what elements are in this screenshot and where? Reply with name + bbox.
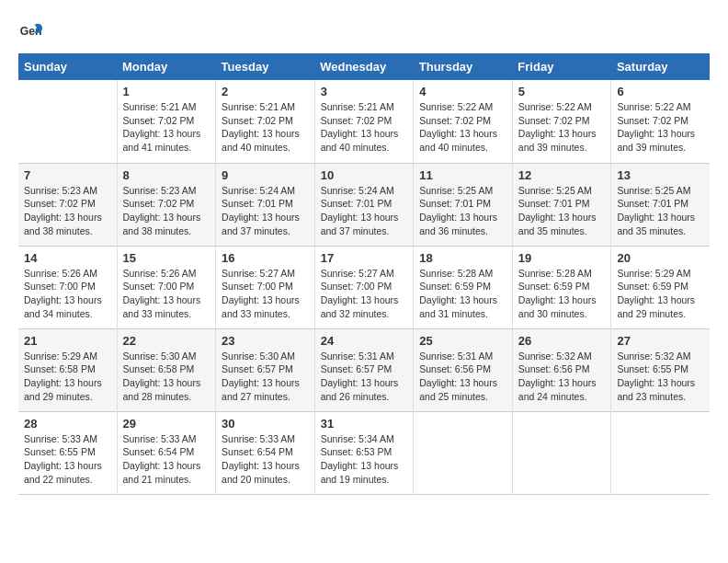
day-number: 28 xyxy=(24,417,111,431)
calendar-week-row: 7Sunrise: 5:23 AM Sunset: 7:02 PM Daylig… xyxy=(18,163,710,246)
calendar-cell xyxy=(611,411,710,494)
day-number: 24 xyxy=(321,334,408,348)
day-info: Sunrise: 5:32 AM Sunset: 6:56 PM Dayligh… xyxy=(518,350,606,404)
day-info: Sunrise: 5:22 AM Sunset: 7:02 PM Dayligh… xyxy=(419,100,506,155)
calendar-cell: 19Sunrise: 5:28 AM Sunset: 6:59 PM Dayli… xyxy=(512,246,611,328)
day-number: 18 xyxy=(419,251,506,265)
calendar-header-friday: Friday xyxy=(512,53,611,80)
calendar-cell: 5Sunrise: 5:22 AM Sunset: 7:02 PM Daylig… xyxy=(512,80,611,163)
day-info: Sunrise: 5:33 AM Sunset: 6:54 PM Dayligh… xyxy=(222,432,309,487)
day-info: Sunrise: 5:30 AM Sunset: 6:57 PM Dayligh… xyxy=(222,350,309,404)
calendar-cell xyxy=(18,80,117,163)
day-number: 16 xyxy=(222,251,309,265)
day-number: 5 xyxy=(518,85,606,98)
calendar-cell: 12Sunrise: 5:25 AM Sunset: 7:01 PM Dayli… xyxy=(512,163,611,246)
calendar-cell: 13Sunrise: 5:25 AM Sunset: 7:01 PM Dayli… xyxy=(611,163,710,246)
day-number: 20 xyxy=(617,251,704,265)
day-number: 9 xyxy=(222,168,309,182)
calendar-cell: 10Sunrise: 5:24 AM Sunset: 7:01 PM Dayli… xyxy=(314,163,414,246)
day-number: 11 xyxy=(419,168,506,182)
calendar-cell: 30Sunrise: 5:33 AM Sunset: 6:54 PM Dayli… xyxy=(216,411,315,494)
calendar-cell xyxy=(414,411,513,494)
calendar-cell: 25Sunrise: 5:31 AM Sunset: 6:56 PM Dayli… xyxy=(414,328,513,411)
day-info: Sunrise: 5:33 AM Sunset: 6:54 PM Dayligh… xyxy=(123,432,210,487)
day-number: 6 xyxy=(617,85,704,98)
calendar-cell: 18Sunrise: 5:28 AM Sunset: 6:59 PM Dayli… xyxy=(414,246,513,328)
day-info: Sunrise: 5:23 AM Sunset: 7:02 PM Dayligh… xyxy=(24,184,111,238)
calendar-cell: 17Sunrise: 5:27 AM Sunset: 7:00 PM Dayli… xyxy=(314,246,414,328)
day-info: Sunrise: 5:23 AM Sunset: 7:02 PM Dayligh… xyxy=(123,184,210,238)
day-info: Sunrise: 5:29 AM Sunset: 6:58 PM Dayligh… xyxy=(24,350,111,404)
calendar-cell: 3Sunrise: 5:21 AM Sunset: 7:02 PM Daylig… xyxy=(314,80,414,163)
calendar-week-row: 1Sunrise: 5:21 AM Sunset: 7:02 PM Daylig… xyxy=(18,80,710,163)
day-number: 1 xyxy=(123,85,210,98)
calendar-header-monday: Monday xyxy=(117,53,216,80)
calendar-week-row: 14Sunrise: 5:26 AM Sunset: 7:00 PM Dayli… xyxy=(18,246,710,328)
calendar-cell: 21Sunrise: 5:29 AM Sunset: 6:58 PM Dayli… xyxy=(18,328,117,411)
day-info: Sunrise: 5:28 AM Sunset: 6:59 PM Dayligh… xyxy=(518,267,606,321)
day-number: 15 xyxy=(123,251,210,265)
day-info: Sunrise: 5:31 AM Sunset: 6:57 PM Dayligh… xyxy=(321,350,408,404)
calendar-cell: 14Sunrise: 5:26 AM Sunset: 7:00 PM Dayli… xyxy=(18,246,117,328)
day-number: 14 xyxy=(24,251,111,265)
day-info: Sunrise: 5:22 AM Sunset: 7:02 PM Dayligh… xyxy=(518,100,606,155)
day-number: 29 xyxy=(123,417,210,431)
day-info: Sunrise: 5:30 AM Sunset: 6:58 PM Dayligh… xyxy=(123,350,210,404)
day-number: 12 xyxy=(518,168,606,182)
calendar-cell: 4Sunrise: 5:22 AM Sunset: 7:02 PM Daylig… xyxy=(414,80,513,163)
calendar-header-saturday: Saturday xyxy=(611,53,710,80)
calendar-cell: 7Sunrise: 5:23 AM Sunset: 7:02 PM Daylig… xyxy=(18,163,117,246)
day-info: Sunrise: 5:21 AM Sunset: 7:02 PM Dayligh… xyxy=(321,100,408,155)
calendar-cell: 22Sunrise: 5:30 AM Sunset: 6:58 PM Dayli… xyxy=(117,328,216,411)
day-number: 4 xyxy=(419,85,506,98)
calendar-header-wednesday: Wednesday xyxy=(314,53,414,80)
day-number: 26 xyxy=(518,334,606,348)
day-number: 19 xyxy=(518,251,606,265)
calendar-cell: 8Sunrise: 5:23 AM Sunset: 7:02 PM Daylig… xyxy=(117,163,216,246)
day-number: 21 xyxy=(24,334,111,348)
day-info: Sunrise: 5:27 AM Sunset: 7:00 PM Dayligh… xyxy=(321,267,408,321)
calendar-cell: 26Sunrise: 5:32 AM Sunset: 6:56 PM Dayli… xyxy=(512,328,611,411)
calendar-cell: 29Sunrise: 5:33 AM Sunset: 6:54 PM Dayli… xyxy=(117,411,216,494)
logo: Gen xyxy=(18,18,48,44)
calendar-cell: 23Sunrise: 5:30 AM Sunset: 6:57 PM Dayli… xyxy=(216,328,315,411)
day-info: Sunrise: 5:22 AM Sunset: 7:02 PM Dayligh… xyxy=(617,100,704,155)
day-number: 27 xyxy=(617,334,704,348)
logo-icon: Gen xyxy=(18,18,44,44)
day-info: Sunrise: 5:26 AM Sunset: 7:00 PM Dayligh… xyxy=(123,267,210,321)
day-info: Sunrise: 5:25 AM Sunset: 7:01 PM Dayligh… xyxy=(518,184,606,238)
day-info: Sunrise: 5:21 AM Sunset: 7:02 PM Dayligh… xyxy=(222,100,309,155)
calendar-cell: 31Sunrise: 5:34 AM Sunset: 6:53 PM Dayli… xyxy=(314,411,414,494)
calendar-cell: 9Sunrise: 5:24 AM Sunset: 7:01 PM Daylig… xyxy=(216,163,315,246)
day-info: Sunrise: 5:31 AM Sunset: 6:56 PM Dayligh… xyxy=(419,350,506,404)
day-info: Sunrise: 5:32 AM Sunset: 6:55 PM Dayligh… xyxy=(617,350,704,404)
calendar-cell: 15Sunrise: 5:26 AM Sunset: 7:00 PM Dayli… xyxy=(117,246,216,328)
day-number: 8 xyxy=(123,168,210,182)
day-number: 25 xyxy=(419,334,506,348)
calendar-cell: 2Sunrise: 5:21 AM Sunset: 7:02 PM Daylig… xyxy=(216,80,315,163)
day-info: Sunrise: 5:33 AM Sunset: 6:55 PM Dayligh… xyxy=(24,432,111,487)
day-info: Sunrise: 5:24 AM Sunset: 7:01 PM Dayligh… xyxy=(321,184,408,238)
day-info: Sunrise: 5:25 AM Sunset: 7:01 PM Dayligh… xyxy=(419,184,506,238)
day-number: 31 xyxy=(321,417,408,431)
calendar-cell: 1Sunrise: 5:21 AM Sunset: 7:02 PM Daylig… xyxy=(117,80,216,163)
calendar-cell: 24Sunrise: 5:31 AM Sunset: 6:57 PM Dayli… xyxy=(314,328,414,411)
calendar-cell: 11Sunrise: 5:25 AM Sunset: 7:01 PM Dayli… xyxy=(414,163,513,246)
day-number: 23 xyxy=(222,334,309,348)
calendar-cell: 6Sunrise: 5:22 AM Sunset: 7:02 PM Daylig… xyxy=(611,80,710,163)
calendar-cell: 28Sunrise: 5:33 AM Sunset: 6:55 PM Dayli… xyxy=(18,411,117,494)
day-number: 2 xyxy=(222,85,309,98)
day-number: 7 xyxy=(24,168,111,182)
calendar-week-row: 28Sunrise: 5:33 AM Sunset: 6:55 PM Dayli… xyxy=(18,411,710,494)
day-info: Sunrise: 5:25 AM Sunset: 7:01 PM Dayligh… xyxy=(617,184,704,238)
day-number: 17 xyxy=(321,251,408,265)
day-number: 30 xyxy=(222,417,309,431)
calendar-table: SundayMondayTuesdayWednesdayThursdayFrid… xyxy=(18,53,710,495)
day-info: Sunrise: 5:21 AM Sunset: 7:02 PM Dayligh… xyxy=(123,100,210,155)
day-info: Sunrise: 5:24 AM Sunset: 7:01 PM Dayligh… xyxy=(222,184,309,238)
calendar-cell: 27Sunrise: 5:32 AM Sunset: 6:55 PM Dayli… xyxy=(611,328,710,411)
day-info: Sunrise: 5:26 AM Sunset: 7:00 PM Dayligh… xyxy=(24,267,111,321)
calendar-header-tuesday: Tuesday xyxy=(216,53,315,80)
day-number: 10 xyxy=(321,168,408,182)
calendar-header-thursday: Thursday xyxy=(414,53,513,80)
